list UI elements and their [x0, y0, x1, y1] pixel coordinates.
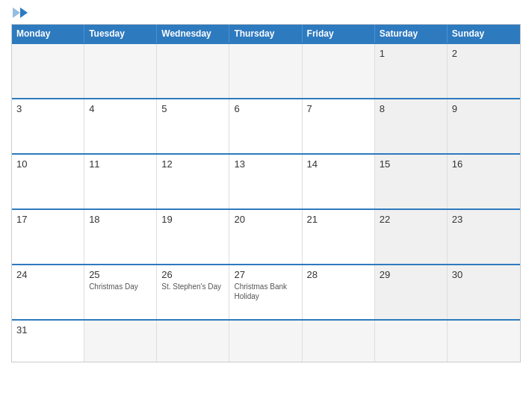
calendar-day-cell: 9: [448, 99, 520, 153]
calendar-day-cell: [157, 44, 229, 98]
calendar-day-cell: [303, 44, 375, 98]
day-number: 7: [307, 103, 370, 114]
calendar-day-cell: 29: [375, 265, 448, 319]
calendar-day-cell: 6: [229, 99, 302, 153]
calendar-body: 1234567891011121314151617181920212223242…: [12, 43, 520, 362]
day-number: 26: [161, 269, 224, 280]
calendar-day-cell: [229, 44, 302, 98]
calendar-day-cell: 7: [303, 99, 375, 153]
holiday-label: Christmas Bank Holiday: [234, 282, 297, 301]
calendar-header-thursday: Thursday: [229, 25, 302, 43]
logo: [11, 7, 28, 18]
svg-marker-0: [20, 7, 28, 18]
day-number: 27: [234, 269, 297, 280]
calendar-week-last: 31: [12, 319, 520, 362]
day-number: 12: [161, 158, 224, 170]
day-number: 17: [16, 214, 79, 225]
calendar-week-5: 2425Christmas Day26St. Stephen's Day27Ch…: [12, 264, 520, 319]
calendar-header-friday: Friday: [303, 25, 375, 43]
calendar-day-cell: 5: [157, 99, 229, 153]
calendar-day-cell: [303, 321, 375, 362]
page: MondayTuesdayWednesdayThursdayFridaySatu…: [0, 0, 532, 411]
svg-marker-1: [13, 7, 20, 18]
calendar-day-cell: 23: [448, 210, 520, 264]
calendar-week-1: 12: [12, 43, 520, 98]
calendar-day-cell: 15: [375, 155, 448, 208]
calendar-week-3: 10111213141516: [12, 153, 520, 208]
day-number: 14: [307, 158, 370, 170]
day-number: 1: [380, 48, 442, 59]
calendar-header-wednesday: Wednesday: [157, 25, 229, 43]
day-number: 6: [234, 103, 297, 114]
day-number: 2: [452, 48, 516, 59]
calendar-day-cell: 12: [157, 155, 229, 208]
calendar-day-cell: 11: [84, 155, 157, 208]
calendar-week-4: 17181920212223: [12, 208, 520, 264]
holiday-label: St. Stephen's Day: [161, 282, 224, 291]
calendar-day-cell: 28: [303, 265, 375, 319]
calendar-day-cell: 4: [84, 99, 157, 153]
day-number: 11: [89, 158, 152, 170]
calendar-day-cell: 10: [12, 155, 84, 208]
calendar-day-cell: 21: [303, 210, 375, 264]
calendar-header-monday: Monday: [12, 25, 84, 43]
day-number: 24: [16, 269, 79, 280]
calendar-day-cell: 25Christmas Day: [84, 265, 157, 319]
calendar-day-cell: [84, 44, 157, 98]
calendar-day-cell: 18: [84, 210, 157, 264]
calendar-day-cell: 26St. Stephen's Day: [157, 265, 229, 319]
header: [11, 7, 521, 18]
day-number: 3: [16, 103, 79, 114]
calendar-day-cell: 30: [448, 265, 520, 319]
calendar-day-cell: [84, 321, 157, 362]
calendar-day-cell: 19: [157, 210, 229, 264]
day-number: 15: [380, 158, 442, 170]
calendar-day-cell: 1: [375, 44, 448, 98]
calendar-header-tuesday: Tuesday: [84, 25, 157, 43]
calendar-header-saturday: Saturday: [375, 25, 448, 43]
day-number: 9: [452, 103, 516, 114]
day-number: 31: [16, 324, 79, 336]
calendar-day-cell: [157, 321, 229, 362]
day-number: 28: [307, 269, 370, 280]
day-number: 10: [16, 158, 79, 170]
calendar-day-cell: [229, 321, 302, 362]
day-number: 13: [234, 158, 297, 170]
day-number: 18: [89, 214, 152, 225]
calendar-day-cell: 16: [448, 155, 520, 208]
calendar-day-cell: [12, 44, 84, 98]
calendar-day-cell: 14: [303, 155, 375, 208]
calendar-day-cell: 13: [229, 155, 302, 208]
calendar-day-cell: 2: [448, 44, 520, 98]
day-number: 16: [452, 158, 516, 170]
calendar-day-cell: 24: [12, 265, 84, 319]
day-number: 8: [380, 103, 442, 114]
day-number: 30: [452, 269, 516, 280]
day-number: 19: [161, 214, 224, 225]
calendar-week-2: 3456789: [12, 98, 520, 153]
day-number: 21: [307, 214, 370, 225]
day-number: 20: [234, 214, 297, 225]
day-number: 23: [452, 214, 516, 225]
calendar-day-cell: 31: [12, 321, 84, 362]
calendar-day-cell: [448, 321, 520, 362]
calendar-day-cell: [375, 321, 448, 362]
calendar-header-row: MondayTuesdayWednesdayThursdayFridaySatu…: [12, 25, 520, 43]
day-number: 5: [161, 103, 224, 114]
calendar-day-cell: 22: [375, 210, 448, 264]
day-number: 25: [89, 269, 152, 280]
calendar-day-cell: 3: [12, 99, 84, 153]
calendar-day-cell: 17: [12, 210, 84, 264]
calendar-day-cell: 8: [375, 99, 448, 153]
day-number: 4: [89, 103, 152, 114]
calendar-header-sunday: Sunday: [448, 25, 520, 43]
calendar-day-cell: 20: [229, 210, 302, 264]
calendar-day-cell: 27Christmas Bank Holiday: [229, 265, 302, 319]
day-number: 22: [380, 214, 442, 225]
holiday-label: Christmas Day: [89, 282, 152, 291]
day-number: 29: [380, 269, 442, 280]
calendar: MondayTuesdayWednesdayThursdayFridaySatu…: [11, 24, 521, 362]
logo-flag-icon: [13, 7, 28, 18]
